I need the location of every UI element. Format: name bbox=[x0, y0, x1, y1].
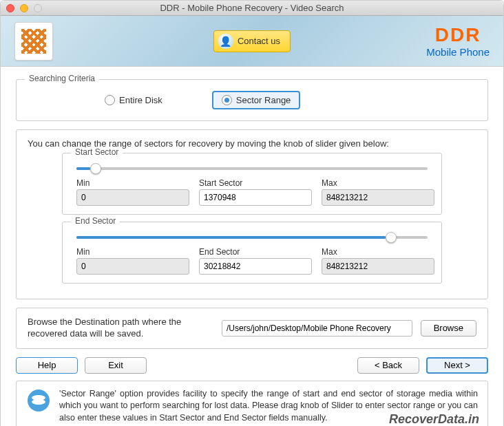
contact-us-button[interactable]: 👤 Contact us bbox=[213, 30, 291, 52]
exit-button[interactable]: Exit bbox=[85, 357, 147, 374]
radio-label: Sector Range bbox=[236, 95, 291, 105]
back-button[interactable]: < Back bbox=[357, 357, 419, 374]
header-banner: 👤 Contact us DDR Mobile Phone bbox=[1, 16, 503, 67]
radio-sector-range[interactable]: Sector Range bbox=[212, 91, 301, 109]
app-logo bbox=[14, 22, 53, 61]
nav-buttons: Help Exit < Back Next > bbox=[16, 357, 488, 374]
watermark: RecoverData.in bbox=[389, 412, 479, 426]
next-button[interactable]: Next > bbox=[426, 357, 488, 374]
min-label: Min bbox=[76, 178, 189, 188]
help-button[interactable]: Help bbox=[16, 357, 78, 374]
destination-group: Browse the Destination path where the re… bbox=[16, 308, 488, 349]
max-label: Max bbox=[322, 247, 434, 257]
brand-subtitle: Mobile Phone bbox=[426, 46, 490, 58]
end-sector-slider[interactable] bbox=[76, 236, 428, 239]
destination-path-field[interactable] bbox=[222, 320, 412, 337]
content-area: Searching Criteria Entire Disk Sector Ra… bbox=[1, 67, 503, 426]
end-sector-group: End Sector Min End Sector Max bbox=[62, 222, 442, 284]
radio-entire-disk[interactable]: Entire Disk bbox=[96, 92, 171, 108]
min-label: Min bbox=[76, 247, 189, 257]
contact-label: Contact us bbox=[238, 36, 280, 46]
radio-icon bbox=[105, 95, 115, 105]
max-label: Max bbox=[322, 178, 434, 188]
browse-label: Browse the Destination path where the re… bbox=[28, 317, 213, 340]
start-sector-group: Start Sector Min Start Sector Max bbox=[62, 153, 442, 215]
criteria-radio-row: Entire Disk Sector Range bbox=[28, 88, 476, 112]
start-val-label: Start Sector bbox=[199, 178, 312, 188]
browse-button[interactable]: Browse bbox=[421, 320, 476, 337]
person-icon: 👤 bbox=[218, 34, 233, 49]
searching-criteria-group: Searching Criteria Entire Disk Sector Ra… bbox=[16, 79, 488, 121]
radio-icon bbox=[222, 95, 232, 105]
start-min-field bbox=[76, 189, 189, 206]
start-sector-field[interactable] bbox=[199, 189, 312, 206]
end-legend: End Sector bbox=[71, 216, 120, 226]
brand-title: DDR bbox=[426, 24, 490, 46]
info-panel: 'Sector Range' option provides facility … bbox=[16, 381, 488, 426]
end-min-field bbox=[76, 258, 189, 275]
svg-point-2 bbox=[32, 399, 45, 405]
brand-block: DDR Mobile Phone bbox=[426, 24, 490, 58]
sector-range-group: You can change the range of sectors for … bbox=[16, 129, 488, 299]
app-window: DDR - Mobile Phone Recovery - Video Sear… bbox=[0, 0, 504, 426]
start-max-field bbox=[322, 189, 434, 206]
slider-knob-icon[interactable] bbox=[90, 163, 101, 174]
radio-label: Entire Disk bbox=[119, 95, 162, 105]
slider-knob-icon[interactable] bbox=[386, 232, 397, 243]
start-legend: Start Sector bbox=[71, 147, 123, 157]
end-max-field bbox=[322, 258, 434, 275]
info-icon bbox=[26, 388, 51, 413]
window-title: DDR - Mobile Phone Recovery - Video Sear… bbox=[1, 3, 503, 13]
start-sector-slider[interactable] bbox=[76, 167, 428, 170]
end-sector-field[interactable] bbox=[199, 258, 312, 275]
end-val-label: End Sector bbox=[199, 247, 312, 257]
titlebar: DDR - Mobile Phone Recovery - Video Sear… bbox=[1, 1, 503, 16]
criteria-legend: Searching Criteria bbox=[25, 74, 99, 83]
